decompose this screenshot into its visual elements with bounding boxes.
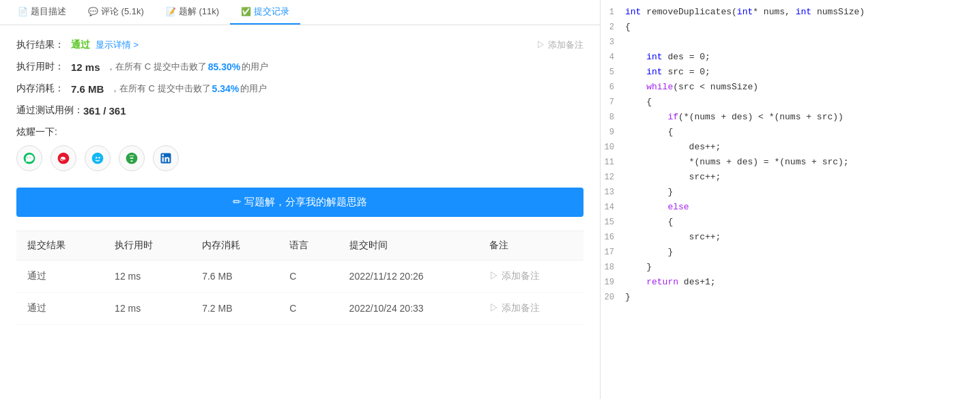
write-solution-button[interactable]: ✏ 写题解，分享我的解题思路 [16, 188, 583, 217]
code-area: 1int removeDuplicates(int* nums, int num… [601, 0, 980, 311]
line-code: src++; [625, 231, 721, 245]
tabs-bar: 📄 题目描述 💬 评论 (5.1k) 📝 题解 (11k) ✅ 提交记录 [0, 0, 600, 25]
line-code: while(src < numsSize) [625, 80, 758, 95]
col-runtime: 执行用时 [104, 231, 191, 261]
code-line: 13 } [601, 186, 980, 201]
code-line: 9 { [601, 125, 980, 141]
share-label: 炫耀一下: [16, 126, 583, 138]
line-code: { [625, 20, 631, 35]
runtime-separator: ，在所有 C 提交中击败了 [106, 61, 207, 73]
comments-icon: 💬 [88, 7, 98, 16]
runtime-percent: 85.30% [208, 61, 240, 72]
line-code: int src = 0; [625, 65, 710, 80]
code-line: 4 int des = 0; [601, 50, 980, 65]
runtime-unit [100, 62, 103, 72]
line-number: 20 [601, 291, 625, 304]
submission-table: 提交结果 执行用时 内存消耗 语言 提交时间 备注 通过 12 ms 7.6 M… [16, 231, 583, 325]
add-note-button-1[interactable]: ▷ 添加备注 [478, 293, 583, 325]
tab-comments[interactable]: 💬 评论 (5.1k) [77, 0, 155, 25]
line-code: if(*(nums + des) < *(nums + src)) [625, 110, 844, 125]
left-panel: 📄 题目描述 💬 评论 (5.1k) 📝 题解 (11k) ✅ 提交记录 执行结… [0, 0, 601, 399]
line-number: 13 [601, 186, 625, 199]
share-linkedin-button[interactable] [153, 145, 179, 171]
line-code: *(nums + des) = *(nums + src); [625, 156, 849, 170]
code-line: 7 { [601, 95, 980, 110]
line-number: 15 [601, 216, 625, 229]
col-time: 提交时间 [338, 231, 478, 261]
code-line: 17 } [601, 246, 980, 261]
line-code: { [625, 95, 652, 110]
memory-separator: ，在所有 C 提交中击败了 [111, 83, 211, 95]
line-code: return des+1; [625, 276, 716, 290]
submission-result-1[interactable]: 通过 [16, 293, 104, 325]
submission-runtime-1: 12 ms [104, 293, 191, 325]
line-code: { [625, 125, 673, 140]
line-code: else [625, 201, 689, 215]
runtime-label: 执行用时： [16, 61, 71, 73]
solutions-icon: 📝 [166, 7, 176, 16]
submission-time-1: 2022/10/24 20:33 [338, 293, 478, 325]
submission-result-0[interactable]: 通过 [16, 261, 104, 293]
memory-row: 内存消耗： 7.6 MB ，在所有 C 提交中击败了 5.34% 的用户 [16, 83, 583, 95]
col-result: 提交结果 [16, 231, 104, 261]
line-code: } [625, 291, 631, 305]
line-number: 4 [601, 50, 625, 64]
code-line: 18 } [601, 261, 980, 276]
memory-suffix: 的用户 [240, 83, 267, 95]
submissions-icon: ✅ [241, 7, 251, 16]
line-number: 3 [601, 35, 625, 49]
execution-result-label: 执行结果： [16, 39, 71, 51]
code-line: 1int removeDuplicates(int* nums, int num… [601, 5, 980, 20]
share-weibo-button[interactable] [51, 145, 76, 171]
tab-submissions[interactable]: ✅ 提交记录 [230, 0, 300, 25]
tab-solutions[interactable]: 📝 题解 (11k) [155, 0, 230, 25]
line-code: { [625, 216, 673, 230]
line-code: } [625, 261, 652, 275]
tab-description[interactable]: 📄 题目描述 [7, 0, 77, 25]
line-code: } [625, 246, 673, 260]
add-note-button-top[interactable]: ▷ 添加备注 [536, 39, 583, 51]
add-note-button-0[interactable]: ▷ 添加备注 [478, 261, 583, 293]
col-language: 语言 [278, 231, 338, 261]
show-detail-link[interactable]: 显示详情 > [96, 39, 139, 51]
table-header-row: 提交结果 执行用时 内存消耗 语言 提交时间 备注 [16, 231, 583, 261]
runtime-suffix: 的用户 [242, 61, 268, 73]
line-code: src++; [625, 171, 721, 185]
runtime-value: 12 ms [71, 61, 100, 73]
testcase-value: 361 / 361 [83, 105, 126, 117]
line-number: 12 [601, 171, 625, 184]
line-code: int removeDuplicates(int* nums, int nums… [625, 5, 865, 20]
line-number: 6 [601, 80, 625, 94]
code-line: 8 if(*(nums + des) < *(nums + src)) [601, 110, 980, 125]
share-douban-button[interactable] [119, 145, 145, 171]
line-number: 16 [601, 231, 625, 244]
line-number: 2 [601, 20, 625, 34]
line-number: 5 [601, 65, 625, 79]
line-number: 10 [601, 141, 625, 154]
runtime-row: 执行用时： 12 ms ，在所有 C 提交中击败了 85.30% 的用户 [16, 61, 583, 73]
code-line: 19 return des+1; [601, 276, 980, 291]
code-line: 20} [601, 291, 980, 306]
submission-memory-0: 7.6 MB [191, 261, 278, 293]
col-memory: 内存消耗 [191, 231, 278, 261]
code-line: 10 des++; [601, 141, 980, 156]
submission-memory-1: 7.2 MB [191, 293, 278, 325]
memory-percent: 5.34% [212, 83, 240, 94]
share-qq-button[interactable] [85, 145, 111, 171]
code-line: 6 while(src < numsSize) [601, 80, 980, 95]
line-number: 11 [601, 156, 625, 169]
code-line: 14 else [601, 201, 980, 216]
memory-label: 内存消耗： [16, 83, 71, 95]
line-number: 9 [601, 125, 625, 139]
code-line: 15 { [601, 216, 980, 231]
submission-lang-1: C [278, 293, 338, 325]
code-line: 16 src++; [601, 231, 980, 246]
code-line: 5 int src = 0; [601, 65, 980, 80]
line-number: 7 [601, 95, 625, 109]
submission-runtime-0: 12 ms [104, 261, 191, 293]
code-line: 12 src++; [601, 171, 980, 186]
share-icons-container [16, 145, 583, 171]
line-number: 1 [601, 5, 625, 19]
share-wechat-button[interactable] [16, 145, 42, 171]
execution-result-status: 通过 [71, 39, 90, 51]
